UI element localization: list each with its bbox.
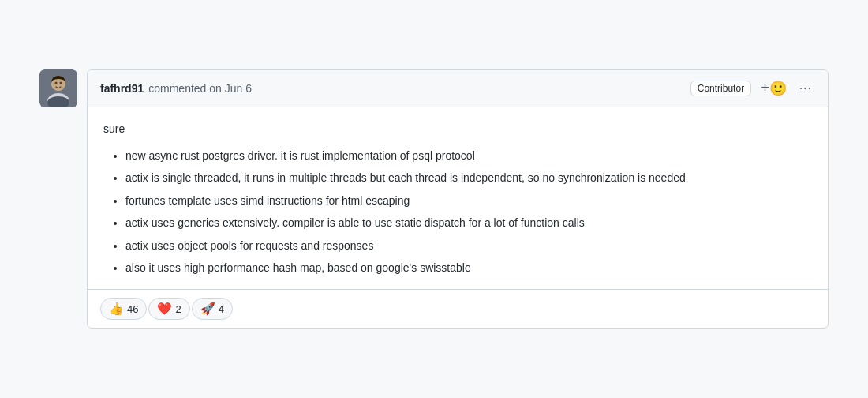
comment-intro: sure (103, 120, 812, 137)
list-item: actix uses object pools for requests and… (125, 237, 812, 254)
comment-header-right: Contributor + 🙂 ··· (690, 78, 815, 99)
thumbsup-count: 46 (127, 303, 138, 315)
comment-body: sure new async rust postgres driver. it … (88, 107, 828, 290)
comment-header-left: fafhrd91 commented on Jun 6 (100, 82, 252, 95)
heart-count: 2 (175, 303, 181, 315)
list-item: fortunes template uses simd instructions… (125, 192, 812, 209)
list-item: also it uses high performance hash map, … (125, 259, 812, 276)
comment-reactions: 👍 46 ❤️ 2 🚀 4 (88, 289, 828, 328)
rocket-emoji: 🚀 (200, 302, 215, 316)
thumbsup-reaction-button[interactable]: 👍 46 (100, 298, 147, 320)
list-item: new async rust postgres driver. it is ru… (125, 147, 812, 164)
comment-bullet-list: new async rust postgres driver. it is ru… (103, 147, 812, 276)
comment-wrapper: fafhrd91 commented on Jun 6 Contributor … (39, 69, 829, 329)
heart-emoji: ❤️ (157, 302, 172, 316)
add-reaction-button[interactable]: + 🙂 (758, 78, 790, 99)
comment-header: fafhrd91 commented on Jun 6 Contributor … (88, 70, 828, 107)
thumbsup-emoji: 👍 (109, 302, 124, 316)
commenter-username[interactable]: fafhrd91 (100, 82, 144, 95)
svg-point-4 (55, 81, 58, 84)
heart-reaction-button[interactable]: ❤️ 2 (148, 298, 189, 320)
svg-point-5 (60, 81, 62, 84)
comment-box: fafhrd91 commented on Jun 6 Contributor … (87, 69, 829, 329)
contributor-badge[interactable]: Contributor (690, 81, 751, 96)
plus-icon: + (761, 80, 769, 96)
comment-meta: commented on Jun 6 (148, 82, 252, 95)
list-item: actix is single threaded, it runs in mul… (125, 169, 812, 186)
smiley-icon: 🙂 (769, 80, 787, 97)
avatar (39, 69, 77, 107)
list-item: actix uses generics extensively. compile… (125, 214, 812, 231)
rocket-reaction-button[interactable]: 🚀 4 (192, 298, 233, 320)
more-options-button[interactable]: ··· (796, 80, 815, 97)
rocket-count: 4 (219, 303, 224, 315)
ellipsis-icon: ··· (799, 81, 812, 96)
